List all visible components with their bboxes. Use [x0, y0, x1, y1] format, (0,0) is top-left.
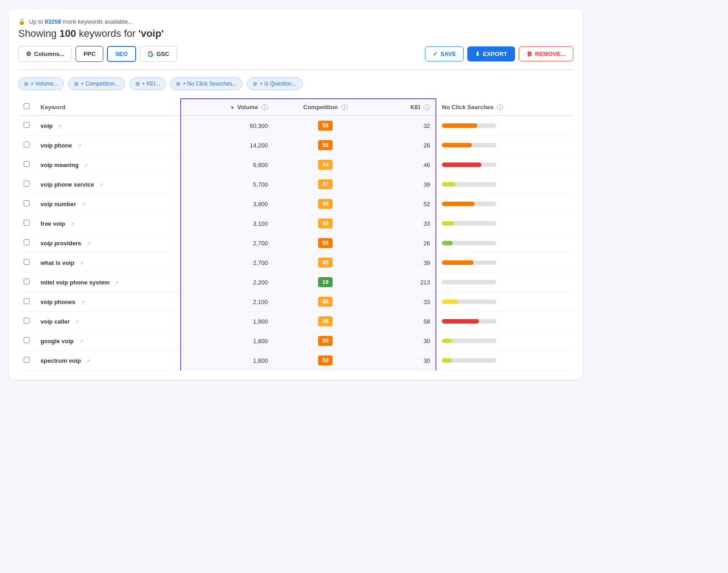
page-heading: Showing 100 keywords for 'voip' — [18, 28, 573, 40]
keyword-text: voip phones — [40, 299, 76, 305]
sort-desc-icon: ▼ — [230, 105, 235, 110]
row-checkbox-cell[interactable] — [18, 175, 35, 194]
external-link-icon[interactable]: ↗ — [99, 182, 103, 188]
keyword-text: what is voip — [40, 259, 74, 266]
competition-cell: 45 — [273, 253, 378, 273]
filter-chip-0[interactable]: ⊞+ Volume... — [18, 77, 64, 90]
keyword-text: voip providers — [40, 240, 81, 247]
ncs-bar — [442, 123, 496, 128]
column-header-kei: KEI i — [378, 99, 436, 116]
ncs-cell — [436, 273, 573, 292]
filter-icon: ⊞ — [253, 81, 257, 87]
seo-tab-button[interactable]: SEO — [107, 46, 136, 62]
row-checkbox-cell[interactable] — [18, 253, 35, 273]
row-checkbox-10[interactable] — [24, 318, 30, 324]
row-checkbox-11[interactable] — [24, 337, 30, 343]
volume-cell: 2,700 — [181, 233, 273, 253]
table-row: voip number ↗ 3,800 40 52 — [18, 194, 573, 214]
volume-cell: 2,200 — [181, 273, 273, 292]
keyword-cell: voip phone ↗ — [35, 136, 181, 155]
row-checkbox-3[interactable] — [24, 181, 30, 187]
external-link-icon[interactable]: ↗ — [77, 143, 81, 149]
filter-chip-3[interactable]: ⊞+ No Click Searches... — [170, 77, 243, 90]
competition-cell: 47 — [273, 175, 378, 194]
ncs-fill — [442, 143, 472, 147]
select-all-checkbox[interactable] — [24, 103, 30, 109]
row-checkbox-cell[interactable] — [18, 351, 35, 370]
ncs-fill — [442, 162, 481, 167]
keyword-text: voip phone — [40, 142, 72, 149]
volume-cell: 3,100 — [181, 214, 273, 233]
row-checkbox-12[interactable] — [24, 357, 30, 363]
external-link-icon[interactable]: ↗ — [86, 358, 90, 364]
table-row: voip ↗ 60,300 59 32 — [18, 116, 573, 136]
external-link-icon[interactable]: ↗ — [81, 299, 85, 305]
lock-icon: 🔒 — [18, 18, 25, 25]
competition-info-icon[interactable]: i — [341, 104, 348, 111]
column-header-volume[interactable]: ▼ Volume i — [181, 99, 273, 116]
row-checkbox-cell[interactable] — [18, 233, 35, 253]
filter-chip-1[interactable]: ⊞+ Competition... — [68, 77, 125, 90]
row-checkbox-cell[interactable] — [18, 273, 35, 292]
row-checkbox-cell[interactable] — [18, 116, 35, 136]
save-button[interactable]: ✓ SAVE — [425, 46, 464, 61]
columns-button[interactable]: ⚙ Columns... — [18, 46, 72, 62]
remove-button[interactable]: 🗑 REMOVE... — [519, 46, 573, 61]
row-checkbox-9[interactable] — [24, 298, 30, 304]
download-icon: ⬇ — [475, 51, 480, 57]
row-checkbox-0[interactable] — [24, 122, 30, 128]
ppc-tab-button[interactable]: PPC — [76, 46, 103, 62]
notice-prefix: Up to — [29, 18, 45, 25]
ncs-info-icon[interactable]: i — [497, 104, 503, 111]
external-link-icon[interactable]: ↗ — [115, 280, 119, 286]
external-link-icon[interactable]: ↗ — [75, 319, 79, 325]
external-link-icon[interactable]: ↗ — [81, 202, 86, 208]
volume-info-icon[interactable]: i — [262, 104, 268, 111]
volume-cell: 5,700 — [181, 175, 273, 194]
competition-cell: 44 — [273, 155, 378, 175]
ncs-cell — [436, 233, 573, 253]
main-container: 🔒 Up to 83258 more keywords available...… — [9, 9, 582, 380]
filter-chip-2[interactable]: ⊞+ KEI... — [130, 77, 166, 90]
external-link-icon[interactable]: ↗ — [86, 241, 91, 247]
row-checkbox-6[interactable] — [24, 239, 30, 245]
ncs-fill — [442, 260, 474, 265]
row-checkbox-8[interactable] — [24, 279, 30, 284]
row-checkbox-cell[interactable] — [18, 292, 35, 312]
external-link-icon[interactable]: ↗ — [80, 260, 84, 266]
select-all-header[interactable] — [18, 99, 35, 116]
keyword-cell: mitel voip phone system ↗ — [35, 273, 181, 292]
ncs-fill — [442, 182, 455, 187]
row-checkbox-7[interactable] — [24, 259, 30, 265]
external-link-icon[interactable]: ↗ — [84, 162, 88, 168]
row-checkbox-4[interactable] — [24, 200, 30, 206]
keyword-cell: voip ↗ — [35, 116, 181, 136]
ncs-bar — [442, 358, 496, 363]
competition-cell: 50 — [273, 331, 378, 351]
keyword-text: voip caller — [40, 318, 70, 325]
row-checkbox-cell[interactable] — [18, 194, 35, 214]
row-checkbox-5[interactable] — [24, 220, 30, 226]
row-checkbox-cell[interactable] — [18, 312, 35, 331]
row-checkbox-1[interactable] — [24, 142, 30, 147]
export-button[interactable]: ⬇ EXPORT — [467, 46, 515, 61]
external-link-icon[interactable]: ↗ — [71, 221, 75, 227]
kei-cell: 28 — [378, 136, 436, 155]
toolbar-right: ✓ SAVE ⬇ EXPORT 🗑 REMOVE... — [425, 46, 573, 61]
external-link-icon[interactable]: ↗ — [79, 339, 83, 345]
ncs-cell — [436, 194, 573, 214]
external-link-icon[interactable]: ↗ — [58, 123, 62, 129]
row-checkbox-cell[interactable] — [18, 136, 35, 155]
row-checkbox-cell[interactable] — [18, 331, 35, 351]
row-checkbox-cell[interactable] — [18, 214, 35, 233]
competition-cell: 58 — [273, 136, 378, 155]
ncs-cell — [436, 331, 573, 351]
row-checkbox-2[interactable] — [24, 161, 30, 167]
gsc-tab-button[interactable]: GSC — [140, 46, 177, 62]
kei-info-icon[interactable]: i — [424, 104, 430, 111]
filter-icon: ⊞ — [176, 81, 180, 87]
filter-chip-4[interactable]: ⊞+ Is Question... — [247, 77, 302, 90]
kei-cell: 33 — [378, 214, 436, 233]
toolbar: ⚙ Columns... PPC SEO GSC — [18, 46, 573, 70]
row-checkbox-cell[interactable] — [18, 155, 35, 175]
